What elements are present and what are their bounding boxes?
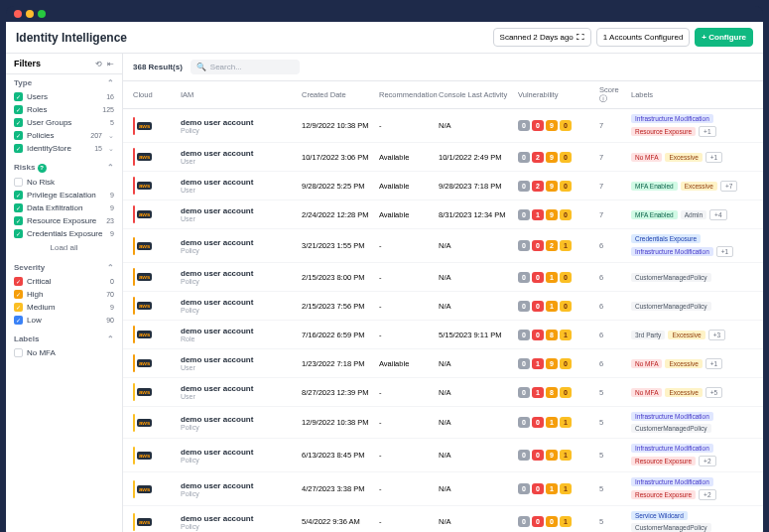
filter-item[interactable]: ✓Data Exfiltration9: [14, 201, 114, 214]
checkbox[interactable]: [14, 178, 23, 187]
vuln-pill: 0: [518, 483, 530, 494]
table-row[interactable]: aws demo user accountUser 2/24/2022 12:2…: [123, 200, 763, 229]
filter-section-header[interactable]: Labels⌃: [14, 334, 114, 343]
table-row[interactable]: aws demo user accountPolicy 3/21/2023 1:…: [123, 229, 763, 263]
filter-item[interactable]: ✓Low90: [14, 314, 114, 327]
checkbox[interactable]: ✓: [14, 303, 23, 312]
vuln-pill: 1: [546, 417, 558, 428]
aws-icon: aws: [137, 419, 152, 427]
reset-icon[interactable]: ⟲: [95, 60, 102, 68]
checkbox[interactable]: ✓: [14, 216, 23, 225]
scanned-status[interactable]: Scanned 2 Days ago⛶: [493, 28, 591, 47]
iam-cell: demo user accountUser: [181, 149, 298, 165]
checkbox[interactable]: ✓: [14, 316, 23, 325]
filter-item[interactable]: ✓Resource Exposure23: [14, 214, 114, 227]
configure-button[interactable]: + Configure: [695, 28, 753, 47]
filter-item[interactable]: ✓User Groups5: [14, 116, 114, 129]
filter-item[interactable]: ✓Critical0: [14, 275, 114, 288]
aws-icon: aws: [137, 388, 152, 396]
vuln-pill: 0: [518, 358, 530, 369]
activity-cell: N/A: [439, 302, 514, 311]
filter-item[interactable]: No MFA: [14, 346, 114, 359]
table-row[interactable]: aws demo user accountUser 1/23/2022 7:18…: [123, 349, 763, 378]
header: Identity Intelligence Scanned 2 Days ago…: [6, 22, 763, 54]
table-row[interactable]: aws demo user accountUser 10/17/2022 3:0…: [123, 143, 763, 172]
filter-item[interactable]: ✓Privilege Escalation9: [14, 189, 114, 201]
vuln-pill: 0: [560, 209, 572, 220]
collapse-icon[interactable]: ⇤: [107, 60, 114, 68]
iam-cell: demo user accountPolicy: [181, 448, 298, 464]
page-title: Identity Intelligence: [16, 31, 127, 45]
vuln-cell: 0091: [518, 450, 595, 461]
activity-cell: N/A: [439, 484, 514, 493]
label-tag: +2: [699, 489, 715, 500]
label-tag: CustomerManagedPolicy: [631, 523, 711, 532]
filter-item[interactable]: ✓IdentityStore15⌄: [14, 142, 114, 155]
iam-cell: demo user accountUser: [181, 178, 298, 194]
created-cell: 8/27/2023 12:39 PM: [302, 388, 375, 397]
checkbox[interactable]: ✓: [14, 290, 23, 299]
table-row[interactable]: aws demo user accountPolicy 5/4/2022 9:3…: [123, 506, 763, 532]
checkbox[interactable]: [14, 348, 23, 357]
vuln-pill: 0: [532, 330, 544, 340]
filter-section-header[interactable]: Type⌃: [14, 78, 114, 87]
created-cell: 2/15/2023 8:00 PM: [302, 273, 375, 282]
checkbox[interactable]: ✓: [14, 191, 23, 200]
table-row[interactable]: aws demo user accountPolicy 6/13/2023 8:…: [123, 439, 763, 472]
label-tag: MFA Enabled: [631, 182, 678, 191]
vuln-pill: 0: [518, 450, 530, 461]
label-tag: Resource Exposure: [631, 490, 696, 499]
checkbox[interactable]: ✓: [14, 131, 23, 140]
table-row[interactable]: aws demo user accountRole 7/16/2022 6:59…: [123, 321, 763, 349]
filter-item[interactable]: ✓High70: [14, 288, 114, 301]
vuln-pill: 0: [532, 483, 544, 494]
label-tag: CustomerManagedPolicy: [631, 302, 711, 311]
table-row[interactable]: aws demo user accountPolicy 2/15/2023 7:…: [123, 292, 763, 321]
window-minimize[interactable]: [26, 10, 34, 18]
checkbox[interactable]: ✓: [14, 92, 23, 101]
filter-item[interactable]: ✓Medium9: [14, 301, 114, 314]
label-tag: No MFA: [631, 388, 662, 397]
score-cell: 7: [599, 153, 627, 162]
vuln-pill: 0: [560, 387, 572, 398]
vuln-pill: 0: [532, 120, 544, 131]
filter-section-header[interactable]: Severity⌃: [14, 263, 114, 272]
filter-item[interactable]: ✓Policies207⌄: [14, 129, 114, 142]
checkbox[interactable]: ✓: [14, 118, 23, 127]
checkbox[interactable]: ✓: [14, 105, 23, 114]
rec-cell: -: [379, 418, 435, 427]
cloud-cell: aws: [133, 237, 177, 255]
vuln-pill: 1: [560, 240, 572, 251]
aws-icon: aws: [137, 210, 152, 218]
table-row[interactable]: aws demo user accountPolicy 12/9/2022 10…: [123, 407, 763, 439]
activity-cell: N/A: [439, 121, 514, 130]
table-row[interactable]: aws demo user accountUser 8/27/2023 12:3…: [123, 378, 763, 407]
table-row[interactable]: aws demo user accountPolicy 2/15/2023 8:…: [123, 263, 763, 292]
window-titlebar: [6, 6, 763, 22]
filter-item[interactable]: ✓Roles125: [14, 103, 114, 116]
search-input[interactable]: 🔍 Search...: [191, 60, 300, 74]
rec-cell: -: [379, 302, 435, 311]
checkbox[interactable]: ✓: [14, 229, 23, 238]
vuln-pill: 1: [532, 358, 544, 369]
created-cell: 3/21/2023 1:55 PM: [302, 241, 375, 250]
window-close[interactable]: [14, 10, 22, 18]
label-tag: MFA Enabled: [631, 210, 678, 219]
filter-item[interactable]: No Risk: [14, 176, 114, 189]
iam-cell: demo user accountPolicy: [181, 514, 298, 530]
checkbox[interactable]: ✓: [14, 203, 23, 212]
checkbox[interactable]: ✓: [14, 144, 23, 153]
filter-item[interactable]: ✓Users16: [14, 90, 114, 103]
vuln-pill: 2: [532, 152, 544, 163]
accounts-button[interactable]: 1 Accounts Configured: [596, 28, 691, 47]
table-row[interactable]: aws demo user accountUser 9/28/2022 5:25…: [123, 172, 763, 200]
vuln-pill: 9: [546, 209, 558, 220]
window-maximize[interactable]: [38, 10, 46, 18]
vuln-pill: 9: [546, 450, 558, 461]
load-all[interactable]: Load all: [14, 240, 114, 255]
filter-item[interactable]: ✓Credentials Exposure9: [14, 227, 114, 240]
checkbox[interactable]: ✓: [14, 277, 23, 286]
table-row[interactable]: aws demo user accountPolicy 4/27/2023 3:…: [123, 472, 763, 506]
filter-section-header[interactable]: Risks ?⌃: [14, 163, 114, 173]
table-row[interactable]: aws demo user accountPolicy 12/9/2022 10…: [123, 109, 763, 143]
